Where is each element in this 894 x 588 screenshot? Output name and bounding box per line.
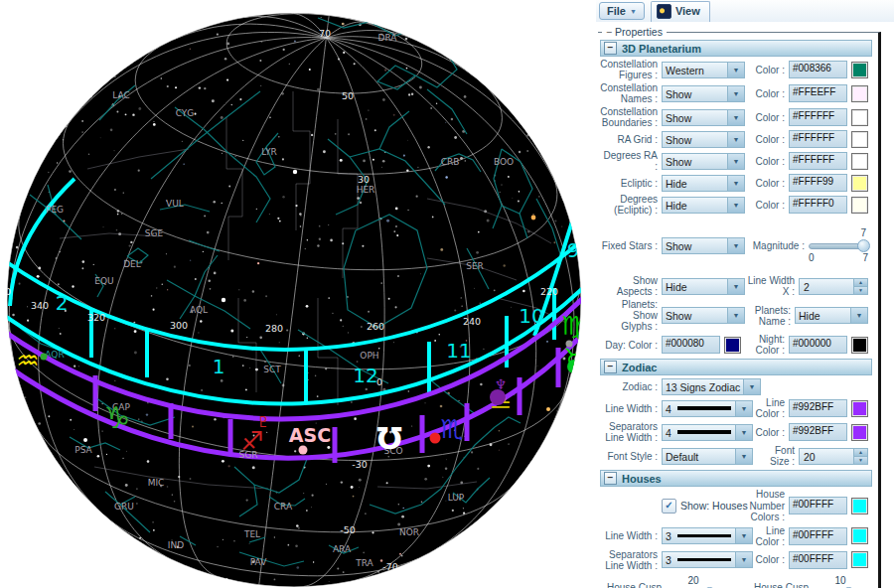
- day-color-input[interactable]: #000080: [662, 336, 720, 354]
- show-aspects-dropdown[interactable]: Hide: [662, 278, 745, 295]
- chevron-down-icon[interactable]: [727, 176, 744, 191]
- zodiac-line-color-swatch[interactable]: [851, 400, 868, 417]
- constellation-label: PSA: [74, 445, 92, 455]
- zodiac-line-color-input[interactable]: #992BFF: [789, 399, 847, 417]
- planet-names-dropdown[interactable]: Hide: [795, 307, 868, 324]
- planet-glyphs-dropdown[interactable]: Show: [662, 307, 745, 324]
- houses-separators-width-dropdown[interactable]: 3: [662, 551, 753, 568]
- boundaries-color-input[interactable]: #FFFFFF: [789, 108, 847, 126]
- collapse-icon[interactable]: [604, 472, 617, 485]
- day-color-swatch[interactable]: [724, 337, 741, 354]
- font-style-dropdown[interactable]: Default: [662, 448, 753, 465]
- constellation-label: CRB: [441, 157, 460, 167]
- house-number: 12: [353, 364, 377, 387]
- row-constellation-boundaries: Constellation Boundaries : Show Color : …: [600, 106, 868, 128]
- zodiac-separator-color-input[interactable]: #992BFF: [789, 423, 847, 441]
- boundaries-color-swatch[interactable]: [851, 109, 868, 126]
- chevron-down-icon[interactable]: [743, 379, 760, 394]
- chevron-down-icon[interactable]: [727, 63, 744, 77]
- constellation-label: TRA: [355, 558, 373, 568]
- ra-grid-color-input[interactable]: #FFFFFF: [789, 130, 847, 148]
- chevron-down-icon[interactable]: [727, 198, 744, 213]
- ra-degree-label: 320: [87, 312, 105, 323]
- night-color-input[interactable]: #000000: [789, 336, 847, 354]
- collapse-icon[interactable]: [604, 42, 617, 55]
- figures-color-swatch[interactable]: [851, 62, 868, 78]
- section-header-zodiac[interactable]: Zodiac: [600, 359, 872, 375]
- constellation-boundaries-dropdown[interactable]: Show: [662, 109, 745, 126]
- line-width-x-spinner[interactable]: 2: [799, 278, 868, 295]
- houses-separator-color-input[interactable]: #00FFFF: [789, 551, 847, 569]
- spin-down-icon[interactable]: [854, 457, 867, 464]
- zodiac-separators-width-dropdown[interactable]: 4: [662, 424, 753, 441]
- ecliptic-color-input[interactable]: #FFFF99: [789, 174, 847, 192]
- file-menu-button[interactable]: File: [599, 2, 645, 20]
- celestial-sphere[interactable]: 34032030028026024022007050300-30-50-70LA…: [0, 0, 596, 588]
- spin-up-icon[interactable]: [854, 279, 867, 287]
- degrees-ra-color-input[interactable]: #FFFFFF: [789, 152, 847, 170]
- fixed-stars-dropdown[interactable]: Show: [662, 237, 745, 254]
- chevron-down-icon[interactable]: [735, 552, 752, 567]
- planetarium-view[interactable]: 34032030028026024022007050300-30-50-70LA…: [0, 0, 596, 588]
- chevron-down-icon[interactable]: [727, 132, 744, 147]
- ra-grid-color-swatch[interactable]: [851, 131, 868, 148]
- house-number: 3: [8, 192, 21, 216]
- sagittarius-glyph: ♐: [240, 426, 263, 456]
- house-number-color-swatch[interactable]: [851, 498, 868, 514]
- zodiac-separator-color-swatch[interactable]: [851, 424, 868, 441]
- chevron-down-icon[interactable]: [735, 425, 752, 440]
- ecliptic-dropdown[interactable]: Hide: [662, 175, 745, 192]
- show-houses-checkbox[interactable]: [662, 499, 676, 514]
- chevron-down-icon[interactable]: [735, 528, 752, 543]
- line-width-preview: [677, 406, 731, 410]
- houses-separator-color-swatch[interactable]: [851, 551, 868, 568]
- section-header-houses[interactable]: Houses: [600, 470, 872, 487]
- degrees-ecliptic-dropdown[interactable]: Hide: [662, 197, 745, 214]
- names-color-input[interactable]: #FFEEFF: [789, 84, 847, 102]
- chevron-down-icon[interactable]: [735, 401, 752, 416]
- night-color-swatch[interactable]: [851, 337, 868, 354]
- constellation-label: BOO: [494, 157, 514, 167]
- constellation-label: EQU: [94, 276, 113, 286]
- ra-degree-label: 240: [463, 316, 481, 327]
- row-degrees-ecliptic: Degrees (Ecliptic) : Hide Color : #FFFFF…: [600, 194, 868, 216]
- degrees-ra-dropdown[interactable]: Show: [662, 153, 745, 170]
- zodiac-type-dropdown[interactable]: 13 Signs Zodiac: [662, 378, 761, 395]
- zodiac-line-width-dropdown[interactable]: 4: [662, 400, 753, 417]
- houses-line-color-input[interactable]: #00FFFF: [789, 527, 847, 545]
- chevron-down-icon[interactable]: [727, 279, 744, 294]
- constellation-figures-dropdown[interactable]: Western: [662, 62, 745, 78]
- cusp-start-value: 20: [666, 575, 721, 586]
- spin-down-icon[interactable]: [854, 287, 867, 294]
- chevron-down-icon[interactable]: [727, 86, 744, 101]
- degrees-ecliptic-color-input[interactable]: #FFFFF0: [789, 196, 847, 214]
- constellation-label: GRU: [114, 502, 134, 512]
- names-color-swatch[interactable]: [851, 85, 868, 102]
- chevron-down-icon[interactable]: [727, 110, 744, 125]
- row-zodiac-type: Zodiac : 13 Signs Zodiac: [600, 377, 868, 395]
- degrees-ecliptic-color-swatch[interactable]: [851, 197, 868, 214]
- font-size-spinner[interactable]: 20: [799, 448, 868, 465]
- ra-degree-label: 220: [540, 286, 558, 297]
- houses-line-width-dropdown[interactable]: 3: [662, 527, 753, 544]
- mars-point: [430, 433, 441, 444]
- chevron-down-icon[interactable]: [735, 449, 752, 464]
- houses-line-color-swatch[interactable]: [851, 527, 868, 544]
- slider-thumb[interactable]: [857, 239, 870, 252]
- spin-up-icon[interactable]: [854, 449, 867, 457]
- row-zodiac-font: Font Style : Default Font Size : 20: [600, 445, 868, 467]
- degrees-ra-color-swatch[interactable]: [851, 153, 868, 170]
- section-header-planetarium[interactable]: 3D Planetarium: [600, 40, 872, 57]
- collapse-icon[interactable]: [604, 361, 617, 373]
- chevron-down-icon[interactable]: [727, 154, 744, 169]
- constellation-names-dropdown[interactable]: Show: [662, 85, 745, 102]
- tab-view[interactable]: View: [651, 1, 710, 22]
- ra-grid-dropdown[interactable]: Show: [662, 131, 745, 148]
- figures-color-input[interactable]: #008366: [789, 61, 847, 78]
- chevron-down-icon[interactable]: [727, 308, 744, 323]
- house-number-color-input[interactable]: #00FFFF: [789, 497, 847, 514]
- chevron-down-icon[interactable]: [850, 308, 867, 323]
- magnitude-slider[interactable]: [809, 238, 868, 252]
- ecliptic-color-swatch[interactable]: [851, 175, 868, 192]
- chevron-down-icon[interactable]: [727, 238, 744, 253]
